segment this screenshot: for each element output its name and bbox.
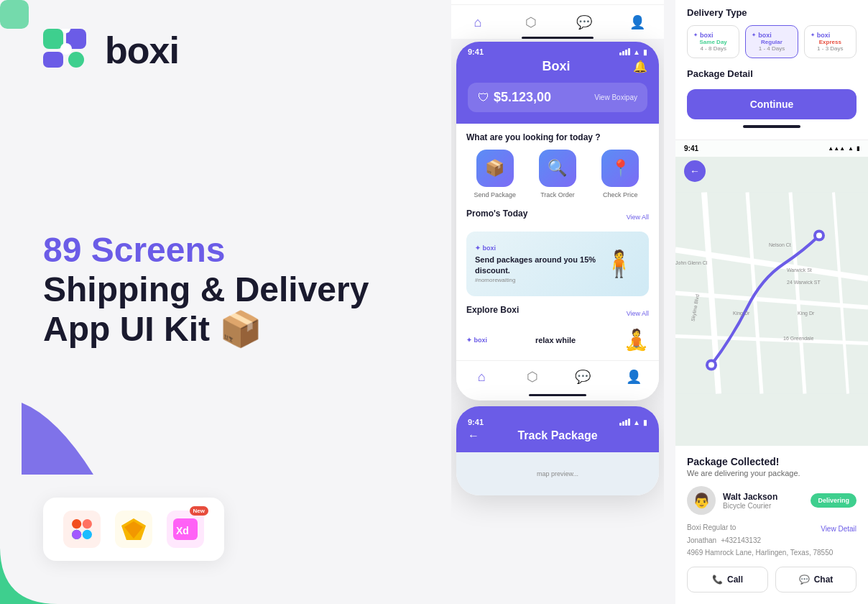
phone2-header: 9:41 ▲ ▮ ← Track Package xyxy=(456,406,659,452)
svg-text:Xd: Xd xyxy=(176,525,189,536)
phone1-home-indicator xyxy=(456,391,659,401)
explore-section: Explore Boxi View All ✦ boxi relax while… xyxy=(466,305,649,352)
promo-view-all[interactable]: View All xyxy=(627,214,649,221)
logo-text: boxi xyxy=(105,29,179,72)
map-signal: ▲▲▲ xyxy=(828,145,845,152)
tools-card: Xd New xyxy=(43,498,224,561)
courier-info: Walt Jackson Bicycle Courier xyxy=(723,492,803,510)
top-nav-partial: ⌂ ⬡ 💬 👤 xyxy=(451,0,664,39)
sketch-icon[interactable] xyxy=(115,511,152,548)
status-right-1: ▲ ▮ xyxy=(619,48,647,56)
back-arrow-map[interactable]: ← xyxy=(684,160,706,182)
headline-screens: 89 Screens xyxy=(43,230,402,270)
promo-tag: #nomorewaiting xyxy=(475,277,597,283)
express-name: ✦ boxi xyxy=(811,32,850,39)
svg-text:King Dr: King Dr xyxy=(733,311,750,316)
battery-icon: ▮ xyxy=(643,48,647,56)
explore-header: Explore Boxi View All xyxy=(466,305,649,322)
regular-name: ✦ boxi xyxy=(752,32,791,39)
continue-button[interactable]: Continue xyxy=(687,89,857,119)
delivery-same-day[interactable]: ✦ boxi Same Day 4 - 8 Days xyxy=(687,25,739,58)
delivery-regular[interactable]: ✦ boxi Regular 1 - 4 Days xyxy=(745,25,798,58)
check-price-label: Check Price xyxy=(603,191,638,198)
explore-view-all[interactable]: View All xyxy=(627,310,649,317)
map-wifi: ▲ xyxy=(848,145,854,152)
balance-amount: $5.123,00 xyxy=(494,90,551,105)
adobe-xd-icon[interactable]: Xd New xyxy=(167,511,204,548)
right-section: Delivery Type ✦ boxi Same Day 4 - 8 Days… xyxy=(675,0,868,604)
courier-avatar: 👨 xyxy=(687,486,716,515)
status-right-2: ▲ ▮ xyxy=(619,418,647,426)
track-order-btn[interactable]: 🔍 Track Order xyxy=(529,150,586,198)
phone1-bottom-nav: ⌂ ⬡ 💬 👤 xyxy=(456,360,659,391)
chat-button[interactable]: 💬 Chat xyxy=(775,567,857,592)
profile-nav[interactable]: 👤 xyxy=(624,367,644,387)
explore-illustration: 🧘 xyxy=(624,328,649,352)
check-price-icon: 📍 xyxy=(601,150,639,187)
battery-icon-2: ▮ xyxy=(643,418,647,426)
shield-icon: 🛡 xyxy=(478,91,489,104)
promo-card[interactable]: ✦ boxi Send packages around you 15% disc… xyxy=(466,232,649,296)
courier-role: Bicycle Courier xyxy=(723,502,803,510)
map-section: 9:41 ▲▲▲ ▲ ▮ John Glenn Cl Nelson Ct xyxy=(675,140,868,446)
status-time-2: 9:41 xyxy=(468,418,484,426)
box-nav[interactable]: ⬡ xyxy=(522,367,542,387)
send-package-btn[interactable]: 📦 Send Package xyxy=(466,150,523,198)
view-detail-link[interactable]: View Detail xyxy=(821,525,857,533)
bell-icon[interactable]: 🔔 xyxy=(633,60,647,73)
signal-bars-2 xyxy=(619,418,630,426)
delivery-info-card: Package Collected! We are delivering you… xyxy=(675,446,868,604)
pkg-collected-title: Package Collected! xyxy=(687,456,857,467)
svg-text:King Dr: King Dr xyxy=(798,311,815,316)
wifi-icon: ▲ xyxy=(633,48,640,56)
svg-text:24 Warwick ST: 24 Warwick ST xyxy=(787,280,821,285)
delivery-address: 4969 Hamrock Lane, Harlingen, Texas, 785… xyxy=(687,548,857,558)
deco-shape-purple xyxy=(22,403,93,475)
call-button[interactable]: 📞 Call xyxy=(687,567,768,592)
deco-teal-accent xyxy=(0,0,29,29)
chat-nav[interactable]: 💬 xyxy=(573,367,593,387)
promo-header: Promo's Today View All xyxy=(466,209,649,226)
nav-profile-top[interactable]: 👤 xyxy=(627,12,647,32)
svg-text:Nelson Ct: Nelson Ct xyxy=(769,242,791,247)
nav-chat-top[interactable]: 💬 xyxy=(574,12,594,32)
nav-indicator-top xyxy=(522,37,594,39)
looking-for-label: What are you looking for today ? xyxy=(466,132,649,142)
explore-relax: relax while xyxy=(535,336,576,344)
explore-label: Explore Boxi xyxy=(466,305,519,315)
back-button-2[interactable]: ← xyxy=(468,429,479,442)
view-boxipay[interactable]: View Boxipay xyxy=(594,93,637,101)
svg-rect-3 xyxy=(43,52,63,68)
svg-text:16 Greendale: 16 Greendale xyxy=(783,336,814,341)
wifi-icon-2: ▲ xyxy=(633,418,640,426)
svg-point-12 xyxy=(72,530,81,539)
phone2-title-row: ← Track Package xyxy=(468,429,647,442)
check-price-btn[interactable]: 📍 Check Price xyxy=(592,150,649,198)
status-bar-2: 9:41 ▲ ▮ xyxy=(468,412,647,429)
home-nav[interactable]: ⌂ xyxy=(471,367,491,387)
regular-sub: Regular xyxy=(752,39,791,45)
left-section: boxi 89 Screens Shipping & Delivery App … xyxy=(0,0,445,604)
phone2-body: map preview... xyxy=(456,452,659,495)
package-detail-label: Package Detail xyxy=(687,68,857,79)
phone1: 9:41 ▲ ▮ Boxi 🔔 xyxy=(456,42,659,401)
delivery-express[interactable]: ✦ boxi Express 1 - 3 Days xyxy=(804,25,857,58)
map-time: 9:41 xyxy=(684,145,698,152)
delivery-options: ✦ boxi Same Day 4 - 8 Days ✦ boxi Regula… xyxy=(687,25,857,58)
nav-home-top[interactable]: ⌂ xyxy=(468,12,488,32)
nav-box-top[interactable]: ⬡ xyxy=(521,12,541,32)
phone1-body: What are you looking for today ? 📦 Send … xyxy=(456,124,659,360)
signal-bars xyxy=(619,48,630,55)
delivering-sub: We are delivering your package. xyxy=(687,469,857,477)
figma-icon[interactable] xyxy=(63,511,101,548)
same-day-days: 4 - 8 Days xyxy=(693,45,733,52)
action-buttons: 📦 Send Package 🔍 Track Order 📍 Check Pri… xyxy=(466,150,649,198)
delivery-type-label: Delivery Type xyxy=(687,7,857,18)
promos-label: Promo's Today xyxy=(466,209,527,219)
call-label: Call xyxy=(727,575,743,585)
svg-point-34 xyxy=(708,362,714,368)
map-battery: ▮ xyxy=(857,145,859,152)
balance-left: 🛡 $5.123,00 xyxy=(478,90,551,105)
service-row: Boxi Regular to View Detail xyxy=(687,523,857,534)
headline-title-line2: App UI Kit 📦 xyxy=(43,309,402,349)
